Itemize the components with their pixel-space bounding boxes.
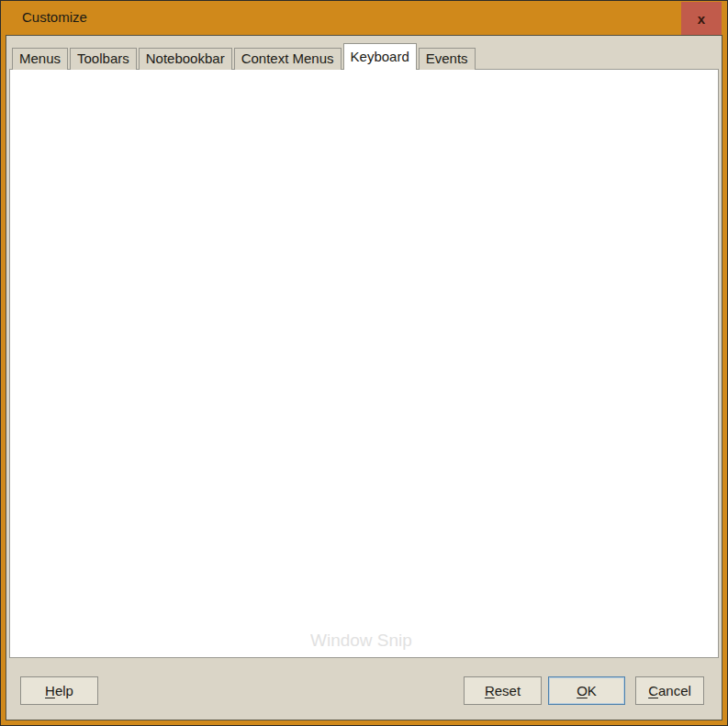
tab-notebookbar[interactable]: Notebookbar: [139, 48, 232, 70]
ok-button[interactable]: OK: [548, 676, 625, 705]
tab-events[interactable]: Events: [419, 48, 476, 70]
tab-context-menus[interactable]: Context Menus: [234, 48, 342, 70]
help-button[interactable]: Help: [20, 676, 98, 705]
tab-keyboard[interactable]: Keyboard: [343, 43, 417, 70]
window-title: Customize: [22, 9, 87, 25]
close-icon: x: [698, 11, 705, 27]
reset-button[interactable]: Reset: [464, 676, 542, 705]
tab-toolbars[interactable]: Toolbars: [70, 48, 137, 70]
cancel-button[interactable]: Cancel: [635, 676, 704, 705]
tab-menus[interactable]: Menus: [12, 48, 68, 70]
keyboard-tab-page: [9, 69, 719, 658]
close-button[interactable]: x: [681, 2, 722, 35]
tab-strip: Menus Toolbars Notebookbar Context Menus…: [12, 43, 477, 70]
customize-dialog-window: Customize x Menus Toolbars Notebookbar C…: [0, 0, 728, 726]
